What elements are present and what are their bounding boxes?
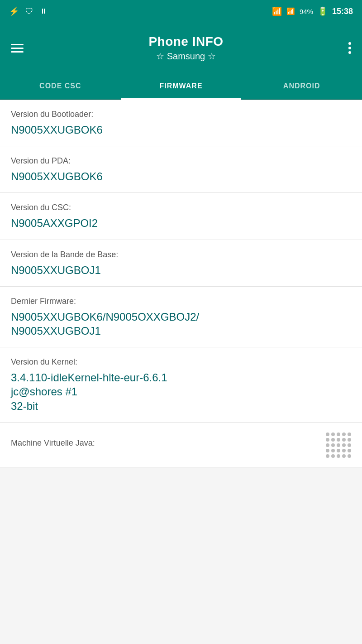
kernel-row: Version du Kernel: 3.4.110-idleKernel-hl… bbox=[0, 347, 362, 423]
csc-label: Version du CSC: bbox=[11, 203, 351, 212]
status-bar-right: 📶 📶 94% 🔋 15:38 bbox=[272, 6, 353, 16]
firmware-content: Version du Bootloader: N9005XXUGBOK6 Ver… bbox=[0, 100, 362, 467]
app-bar-title-group: Phone INFO ☆ Samsung ☆ bbox=[148, 34, 223, 62]
csc-value: N9005AXXGPOI2 bbox=[11, 216, 351, 230]
bootloader-label: Version du Bootloader: bbox=[11, 110, 351, 119]
last-firmware-row: Dernier Firmware: N9005XXUGBOK6/N9005OXX… bbox=[0, 287, 362, 347]
bootloader-row: Version du Bootloader: N9005XXUGBOK6 bbox=[0, 100, 362, 146]
signal-icon: 📶 bbox=[286, 7, 295, 15]
app-title: Phone INFO bbox=[148, 34, 223, 49]
tab-firmware[interactable]: FIRMWARE bbox=[121, 73, 242, 99]
csc-row: Version du CSC: N9005AXXGPOI2 bbox=[0, 193, 362, 240]
java-vm-row: Machine Virtuelle Java: bbox=[0, 423, 362, 467]
last-firmware-label: Dernier Firmware: bbox=[11, 297, 351, 306]
baseband-label: Version de la Bande de Base: bbox=[11, 250, 351, 260]
wifi-icon: 📶 bbox=[272, 6, 282, 16]
pda-label: Version du PDA: bbox=[11, 156, 351, 166]
pause-icon: ⏸ bbox=[40, 7, 47, 15]
status-bar-left: ⚡ 🛡 ⏸ bbox=[9, 6, 47, 16]
baseband-row: Version de la Bande de Base: N9005XXUGBO… bbox=[0, 240, 362, 287]
battery-icon: 🔋 bbox=[318, 6, 328, 16]
more-options-button[interactable] bbox=[348, 42, 351, 54]
pda-value: N9005XXUGBOK6 bbox=[11, 169, 351, 183]
shield-icon: 🛡 bbox=[25, 7, 33, 16]
clock: 15:38 bbox=[332, 7, 353, 16]
battery-percentage: 94% bbox=[300, 8, 313, 15]
baseband-value: N9005XXUGBOJ1 bbox=[11, 263, 351, 277]
java-vm-label: Machine Virtuelle Java: bbox=[11, 438, 95, 448]
usb-icon: ⚡ bbox=[9, 6, 19, 16]
tab-android[interactable]: ANDROID bbox=[241, 73, 362, 99]
tab-bar: CODE CSC FIRMWARE ANDROID bbox=[0, 73, 362, 100]
kernel-value: 3.4.110-idleKernel-hlte-eur-6.6.1jc@shor… bbox=[11, 370, 351, 413]
bootloader-value: N9005XXUGBOK6 bbox=[11, 123, 351, 137]
pda-row: Version du PDA: N9005XXUGBOK6 bbox=[0, 146, 362, 193]
status-bar: ⚡ 🛡 ⏸ 📶 📶 94% 🔋 15:38 bbox=[0, 0, 362, 23]
dots-grid-icon bbox=[326, 433, 351, 458]
hamburger-menu-button[interactable] bbox=[11, 44, 24, 53]
app-bar: Phone INFO ☆ Samsung ☆ bbox=[0, 23, 362, 73]
last-firmware-value: N9005XXUGBOK6/N9005OXXGBOJ2/N9005XXUGBOJ… bbox=[11, 310, 351, 338]
tab-code-csc[interactable]: CODE CSC bbox=[0, 73, 121, 99]
kernel-label: Version du Kernel: bbox=[11, 357, 351, 367]
bottom-area bbox=[0, 467, 362, 522]
app-subtitle: ☆ Samsung ☆ bbox=[156, 51, 216, 62]
